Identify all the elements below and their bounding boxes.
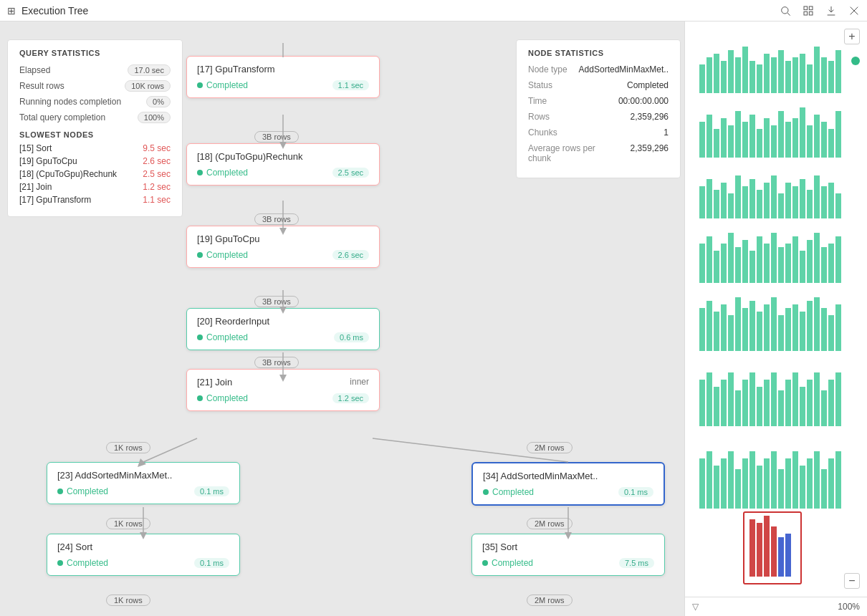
svg-rect-165 — [828, 458, 834, 509]
minimap-nav-icon: ▽ — [692, 602, 699, 612]
stat-label-running: Running nodes completion — [19, 97, 121, 107]
node-24-footer: Completed 0.1 ms — [57, 558, 229, 568]
node-21[interactable]: [21] Join inner Completed 1.2 sec — [186, 369, 380, 411]
node-23-time: 0.1 ms — [194, 486, 229, 496]
grid-icon[interactable] — [803, 5, 814, 16]
svg-rect-36 — [764, 54, 770, 93]
stat-value-elapsed: 17.0 sec — [128, 64, 171, 76]
minimap-zoom-in-button[interactable]: + — [844, 29, 860, 44]
window-title: Execution Tree — [21, 5, 88, 16]
node-23[interactable]: [23] AddSortedMinMaxMet.. Completed 0.1 … — [47, 462, 240, 504]
svg-rect-78 — [778, 193, 784, 218]
svg-rect-146 — [835, 372, 841, 426]
node-35-footer: Completed 7.5 ms — [482, 558, 654, 568]
svg-rect-54 — [749, 115, 755, 158]
minimap-zoom-out-button[interactable]: − — [844, 573, 860, 589]
search-icon[interactable] — [780, 5, 791, 16]
svg-rect-77 — [771, 175, 777, 218]
svg-rect-119 — [785, 308, 791, 351]
svg-rect-76 — [764, 183, 770, 218]
node-stat-avg: Average rows per chunk 2,359,296 — [528, 143, 669, 163]
node-19[interactable]: [19] GpuToCpu Completed 2.6 sec — [186, 226, 380, 268]
svg-rect-30 — [721, 61, 727, 93]
svg-rect-63 — [814, 115, 820, 158]
node-18[interactable]: [18] (CpuToGpu)Rechunk Completed 2.5 sec — [186, 143, 380, 186]
node-34[interactable]: [34] AddSortedMinMaxMet.. Completed 0.1 … — [471, 462, 665, 506]
close-icon[interactable] — [848, 5, 860, 16]
svg-rect-57 — [771, 125, 777, 158]
node-20-status: Completed — [197, 332, 248, 342]
svg-rect-69 — [714, 190, 719, 218]
node-stat-value-time: 00:00:00.000 — [618, 96, 669, 106]
node-17-footer: Completed 1.1 sec — [197, 80, 369, 90]
node-18-title: [18] (CpuToGpu)Rechunk — [197, 151, 369, 162]
node-stats-title: NODE STATISTICS — [528, 49, 669, 57]
stat-row-result-rows: Result rows 10K rows — [19, 80, 171, 92]
node-24[interactable]: [24] Sort Completed 0.1 ms — [47, 534, 240, 576]
connector-2m-2: 2M rows — [527, 518, 573, 529]
slow-row-4[interactable]: [17] GpuTransform 1.1 sec — [19, 195, 171, 205]
svg-rect-45 — [828, 61, 834, 93]
svg-rect-67 — [699, 186, 705, 218]
svg-rect-102 — [807, 240, 813, 283]
slow-time-1: 2.6 sec — [143, 156, 171, 166]
download-icon[interactable] — [825, 5, 837, 16]
slow-name-0: [15] Sort — [19, 143, 52, 153]
svg-rect-79 — [785, 183, 791, 218]
svg-rect-66 — [835, 111, 841, 158]
stat-row-elapsed: Elapsed 17.0 sec — [19, 64, 171, 76]
node-34-title: [34] AddSortedMinMaxMet.. — [483, 471, 653, 481]
slow-row-2[interactable]: [18] (CpuToGpu)Rechunk 2.5 sec — [19, 169, 171, 179]
node-19-status: Completed — [197, 250, 248, 260]
svg-rect-114 — [749, 301, 755, 351]
svg-rect-126 — [835, 304, 841, 351]
node-stat-time: Time 00:00:00.000 — [528, 96, 669, 106]
svg-rect-110 — [721, 304, 727, 351]
svg-rect-164 — [821, 469, 827, 509]
title-bar: ⊞ Execution Tree — [0, 0, 867, 21]
node-23-footer: Completed 0.1 ms — [57, 486, 229, 496]
node-20[interactable]: [20] ReorderInput Completed 0.6 ms — [186, 308, 380, 350]
node-24-time: 0.1 ms — [194, 558, 229, 568]
svg-rect-89 — [714, 251, 719, 283]
node-18-time: 2.5 sec — [332, 168, 369, 178]
svg-rect-98 — [778, 247, 784, 283]
svg-rect-105 — [828, 244, 834, 283]
svg-rect-86 — [835, 193, 841, 218]
svg-rect-94 — [749, 251, 755, 283]
node-35[interactable]: [35] Sort Completed 7.5 ms — [471, 534, 665, 576]
slow-row-1[interactable]: [19] GpuToCpu 2.6 sec — [19, 156, 171, 166]
minimap-bottom-bar: ▽ 100% — [685, 597, 867, 616]
svg-rect-123 — [814, 297, 820, 351]
svg-rect-4 — [804, 11, 808, 15]
connector-1k-3: 1K rows — [106, 595, 150, 606]
svg-rect-65 — [828, 129, 834, 158]
connector-1k-1: 1K rows — [106, 442, 150, 453]
svg-rect-153 — [742, 458, 748, 509]
node-17-dot — [197, 82, 203, 88]
svg-rect-107 — [699, 308, 705, 351]
slow-row-3[interactable]: [21] Join 1.2 sec — [19, 182, 171, 192]
slow-row-0[interactable]: [15] Sort 9.5 sec — [19, 143, 171, 153]
svg-rect-113 — [742, 308, 748, 351]
node-23-status: Completed — [57, 486, 108, 496]
svg-rect-31 — [728, 50, 734, 93]
svg-rect-109 — [714, 312, 719, 351]
node-stat-label-time: Time — [528, 96, 547, 106]
app-icon: ⊞ — [7, 5, 16, 16]
title-bar-left: ⊞ Execution Tree — [7, 5, 88, 16]
node-24-dot — [57, 560, 63, 566]
svg-rect-172 — [785, 534, 791, 577]
node-stat-label-chunks: Chunks — [528, 127, 557, 138]
node-stat-label-type: Node type — [528, 64, 567, 74]
svg-rect-27 — [699, 64, 705, 93]
svg-rect-139 — [785, 380, 791, 426]
svg-rect-142 — [807, 380, 813, 426]
svg-rect-60 — [792, 118, 798, 158]
svg-rect-160 — [792, 451, 798, 509]
title-bar-actions — [780, 5, 860, 16]
svg-rect-48 — [706, 115, 712, 158]
node-17[interactable]: [17] GpuTransform Completed 1.1 sec — [186, 56, 380, 98]
svg-rect-82 — [807, 190, 813, 218]
svg-rect-167 — [749, 519, 755, 577]
